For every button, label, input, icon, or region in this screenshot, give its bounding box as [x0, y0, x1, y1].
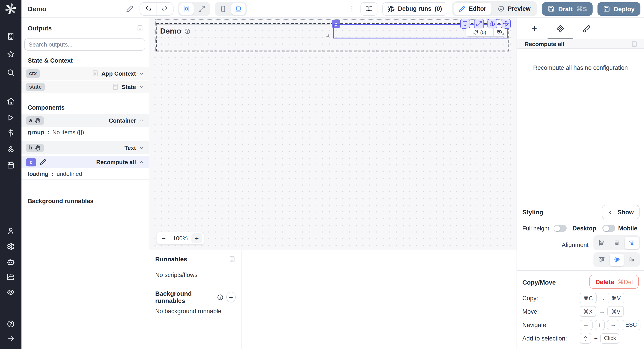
full-width-button[interactable] — [194, 3, 209, 15]
expand-down-button[interactable] — [460, 19, 470, 29]
topbar-right: Debug runs (0) Editor Preview Draft ⌘S — [348, 1, 640, 16]
home-icon[interactable] — [7, 97, 15, 105]
state-context-heading: State & Context — [22, 57, 149, 64]
draft-button[interactable]: Draft ⌘S — [542, 2, 593, 16]
workspace-icon[interactable] — [7, 32, 15, 40]
align-left-button[interactable] — [594, 236, 609, 249]
chevron-down-icon[interactable] — [139, 145, 144, 151]
workers-bot-icon[interactable] — [7, 258, 15, 266]
component-config-header: Recompute all — [517, 39, 644, 49]
docs-button[interactable] — [360, 2, 377, 16]
show-styling-button[interactable]: Show — [602, 205, 640, 219]
book-open-icon — [365, 5, 372, 12]
plus-glyph: + — [594, 335, 598, 341]
align-middle-icon — [613, 256, 620, 263]
favorites-icon[interactable] — [7, 50, 15, 58]
zoom-out-button[interactable]: − — [158, 233, 169, 243]
app-canvas[interactable]: Demo c (0) — [149, 18, 516, 250]
desktop-toggle[interactable] — [603, 225, 616, 232]
move-label: Move: — [522, 308, 539, 315]
align-bottom-button[interactable] — [625, 253, 639, 266]
config-doc-icon[interactable] — [631, 41, 638, 47]
full-height-label: Full height — [522, 225, 549, 232]
info-icon[interactable] — [217, 294, 224, 300]
help-icon[interactable] — [7, 320, 15, 328]
key-arrow-left: ← — [580, 320, 592, 330]
anchor-component-button[interactable] — [487, 19, 497, 29]
chevron-up-icon[interactable] — [139, 159, 144, 165]
redo-button[interactable] — [156, 3, 173, 15]
edit-id-pencil-icon[interactable] — [40, 159, 46, 165]
resize-handle[interactable] — [502, 33, 504, 35]
draft-label: Draft — [558, 5, 573, 12]
user-icon[interactable] — [7, 227, 15, 235]
state-row[interactable]: state State — [22, 81, 149, 93]
panel-doc-icon[interactable] — [136, 25, 144, 32]
schedules-icon[interactable] — [7, 161, 15, 169]
add-to-selection-row: Add to selection: ⇧ + Click — [522, 332, 640, 344]
prop-separator: : — [52, 170, 54, 177]
undo-icon — [145, 5, 152, 12]
move-component-button[interactable] — [501, 19, 510, 29]
prop-value: undefined — [56, 170, 82, 177]
centered-layout-button[interactable] — [179, 3, 194, 15]
folders-icon[interactable] — [7, 273, 15, 281]
device-toggle — [214, 2, 247, 16]
delete-component-button[interactable]: Delete ⌘Del — [590, 275, 639, 289]
text-component-b[interactable]: Demo — [156, 24, 330, 38]
component-row-a[interactable]: a Container — [22, 114, 149, 127]
mobile-view-button[interactable] — [216, 3, 230, 15]
component-row-c[interactable]: c Recompute all — [22, 156, 149, 168]
align-right-button[interactable] — [625, 236, 639, 249]
component-a-id: a — [29, 117, 32, 124]
add-to-selection-label: Add to selection: — [522, 335, 567, 341]
settings-gear-icon[interactable] — [7, 242, 15, 251]
editor-pencil-icon — [459, 5, 466, 12]
background-runnables-heading: Background runnables — [22, 198, 149, 204]
debug-runs-button[interactable]: Debug runs (0) — [382, 2, 447, 16]
chevron-up-icon[interactable] — [139, 117, 144, 123]
rename-app-icon[interactable] — [126, 5, 133, 12]
key-cmd-c: ⌘C — [580, 293, 596, 303]
windmill-logo-icon[interactable] — [0, 0, 22, 18]
align-middle-button[interactable] — [610, 253, 624, 266]
resources-icon[interactable] — [7, 145, 15, 153]
deploy-button[interactable]: Deploy — [598, 2, 640, 16]
key-click: Click — [600, 333, 620, 343]
expand-sidebar-icon[interactable] — [7, 335, 15, 343]
group-prop-row[interactable]: group : No items ([]) — [22, 127, 149, 138]
audit-eye-icon[interactable] — [7, 288, 15, 296]
undo-button[interactable] — [140, 3, 156, 15]
history-icon[interactable] — [497, 30, 502, 35]
search-outputs-box — [24, 39, 145, 51]
info-icon[interactable] — [184, 28, 190, 34]
align-top-button[interactable] — [594, 253, 609, 266]
full-height-toggle[interactable] — [554, 225, 567, 232]
more-menu-icon[interactable] — [348, 5, 355, 12]
align-center-button[interactable] — [610, 236, 624, 249]
tab-global-styling[interactable] — [573, 18, 599, 39]
ctx-row[interactable]: ctx App Context — [22, 67, 149, 80]
component-row-b[interactable]: b Text — [22, 141, 149, 154]
search-outputs-input[interactable] — [28, 41, 141, 48]
runnables-doc-icon[interactable] — [228, 255, 236, 263]
runs-icon[interactable] — [7, 114, 15, 122]
desktop-view-button[interactable] — [231, 3, 245, 15]
chevron-down-icon[interactable] — [139, 84, 144, 90]
add-background-runnable-button[interactable]: + — [226, 292, 236, 302]
tab-editor[interactable]: Editor — [454, 3, 492, 15]
variables-icon[interactable] — [7, 129, 15, 137]
component-c-badge: c — [26, 158, 36, 166]
zoom-in-button[interactable]: + — [192, 233, 202, 243]
recompute-all-widget[interactable]: (0) — [466, 28, 505, 37]
fullscreen-component-button[interactable] — [474, 19, 484, 29]
tab-component-settings[interactable] — [548, 18, 573, 39]
prop-separator: : — [48, 129, 50, 136]
search-icon[interactable] — [7, 69, 15, 77]
laptop-icon — [234, 5, 242, 12]
loading-prop-row[interactable]: loading : undefined — [22, 168, 149, 180]
chevron-down-icon[interactable] — [139, 71, 144, 76]
resize-handle[interactable] — [326, 35, 329, 37]
tab-insert-component[interactable]: + — [522, 18, 548, 39]
tab-preview[interactable]: Preview — [492, 3, 536, 15]
